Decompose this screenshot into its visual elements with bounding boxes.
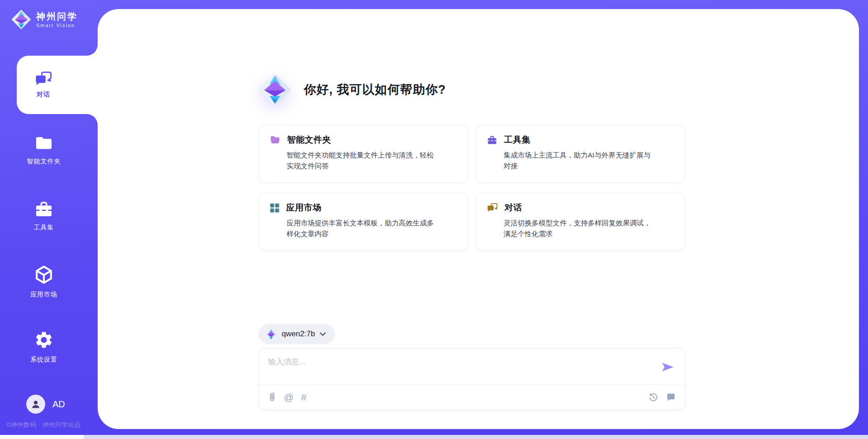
greeting-text: 你好, 我可以如何帮助你? xyxy=(304,81,446,98)
user-name: AD xyxy=(52,399,65,410)
card-head: 工具集 xyxy=(487,134,675,146)
gear-icon xyxy=(34,330,54,350)
attach-button[interactable] xyxy=(268,392,276,403)
card-description: 灵活切换多模型文件，支持多样回复效果调试，满足个性化需求 xyxy=(504,218,656,239)
chat-bubble-button[interactable] xyxy=(666,392,676,402)
grid-icon xyxy=(270,203,279,213)
sidebar-item-label: 应用市场 xyxy=(0,291,88,299)
greeting-logo-icon xyxy=(258,72,292,107)
chat-icon xyxy=(35,72,52,87)
card-app-market[interactable]: 应用市场 应用市场提供丰富长文本模板，助力高效生成多样化文章内容 xyxy=(259,193,468,251)
mention-icon: @ xyxy=(284,392,293,402)
brand: 神州问学 Smart Vision xyxy=(11,9,78,30)
card-description: 集成市场上主流工具，助力AI与外界无缝扩展与对接 xyxy=(504,150,656,172)
tab-fillet-top xyxy=(87,45,98,56)
card-smart-folder[interactable]: 智能文件夹 智能文件夹功能支持批量文件上传与清洗，轻松实现文件问答 xyxy=(259,125,468,183)
sidebar-item-app-market[interactable]: 应用市场 xyxy=(0,265,88,299)
card-head: 应用市场 xyxy=(270,202,458,214)
chat-bubble-icon xyxy=(666,392,676,402)
history-icon xyxy=(648,392,658,402)
card-head: 智能文件夹 xyxy=(270,134,458,146)
toolbox-icon xyxy=(487,135,497,145)
avatar xyxy=(26,395,45,414)
sidebar-item-label: 对话 xyxy=(37,91,50,99)
sidebar-item-chat[interactable]: 对话 xyxy=(17,56,98,114)
composer-left-tools: @ # xyxy=(268,392,307,403)
horizontal-scrollbar[interactable] xyxy=(0,435,868,439)
send-button[interactable] xyxy=(660,360,675,375)
app-screen: 神州问学 Smart Vision 对话 智能文件夹 xyxy=(0,0,868,439)
greeting: 你好, 我可以如何帮助你? xyxy=(258,72,446,107)
chevron-down-icon xyxy=(320,332,326,336)
composer-right-tools xyxy=(648,392,676,402)
folder-open-icon xyxy=(270,135,280,144)
card-title: 对话 xyxy=(505,202,522,214)
person-icon xyxy=(30,399,41,410)
history-button[interactable] xyxy=(648,392,658,402)
message-composer: @ # xyxy=(259,348,685,410)
sidebar-item-smart-folder[interactable]: 智能文件夹 xyxy=(0,134,88,166)
brand-name: 神州问学 xyxy=(36,11,78,22)
card-description: 智能文件夹功能支持批量文件上传与清洗，轻松实现文件问答 xyxy=(287,150,439,172)
composer-toolbar: @ # xyxy=(268,385,676,410)
sidebar-item-toolset[interactable]: 工具集 xyxy=(0,200,88,232)
cube-icon xyxy=(34,265,54,285)
folder-icon xyxy=(34,134,53,152)
model-logo-icon xyxy=(265,328,277,340)
sidebar-item-label: 工具集 xyxy=(0,224,88,232)
sidebar-item-settings[interactable]: 系统设置 xyxy=(0,330,88,364)
sidebar-item-label: 智能文件夹 xyxy=(0,157,88,166)
card-title: 智能文件夹 xyxy=(287,134,331,146)
message-input[interactable] xyxy=(259,348,685,384)
feature-cards: 智能文件夹 智能文件夹功能支持批量文件上传与清洗，轻松实现文件问答 工具集 集成… xyxy=(259,125,685,251)
model-name: qwen2:7b xyxy=(282,329,315,339)
card-title: 工具集 xyxy=(504,134,531,146)
toolbox-icon xyxy=(34,200,53,218)
card-description: 应用市场提供丰富长文本模板，助力高效生成多样化文章内容 xyxy=(287,218,439,239)
chat-icon xyxy=(487,203,498,213)
card-head: 对话 xyxy=(487,202,675,214)
card-title: 应用市场 xyxy=(286,202,321,214)
send-icon xyxy=(661,361,675,373)
hash-button[interactable]: # xyxy=(301,392,307,402)
card-toolset[interactable]: 工具集 集成市场上主流工具，助力AI与外界无缝扩展与对接 xyxy=(476,125,685,183)
model-selector[interactable]: qwen2:7b xyxy=(259,324,335,344)
card-chat[interactable]: 对话 灵活切换多模型文件，支持多样回复效果调试，满足个性化需求 xyxy=(476,193,685,251)
sidebar-item-chat-inner: 对话 xyxy=(17,56,70,114)
brand-text: 神州问学 Smart Vision xyxy=(36,11,78,28)
tab-fillet-bottom xyxy=(87,114,98,125)
user-account[interactable]: AD xyxy=(26,395,65,414)
copyright: ©神州数码 · 神州问学出品 xyxy=(6,421,80,429)
hash-icon: # xyxy=(301,392,307,402)
sidebar-item-label: 系统设置 xyxy=(0,356,88,364)
mention-button[interactable]: @ xyxy=(284,392,293,402)
horizontal-scrollbar-thumb[interactable] xyxy=(0,435,84,439)
brand-subtitle: Smart Vision xyxy=(36,23,78,28)
attach-icon xyxy=(268,392,276,403)
brand-logo-icon xyxy=(11,9,32,30)
sidebar: 神州问学 Smart Vision 对话 智能文件夹 xyxy=(0,0,98,439)
